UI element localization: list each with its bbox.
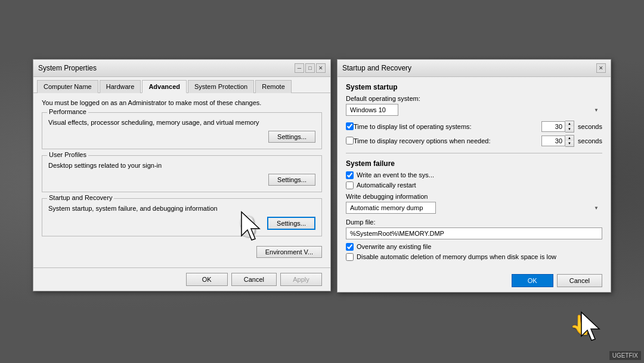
user-profiles-desc: Desktop settings related to your sign-in xyxy=(48,162,315,169)
tab-hardware[interactable]: Hardware xyxy=(100,80,141,93)
default-os-dropdown-container: Windows 10 xyxy=(346,104,602,116)
default-os-dropdown[interactable]: Windows 10 xyxy=(346,104,398,116)
startup-recovery-settings-button[interactable]: Settings... xyxy=(267,217,315,230)
dialog-content: You must be logged on as an Administrato… xyxy=(33,93,330,267)
minimize-button[interactable]: ─ xyxy=(295,63,304,73)
seconds-label-2: seconds xyxy=(578,137,602,144)
startup-recovery-title: Startup and Recovery xyxy=(342,64,411,72)
auto-restart-checkbox[interactable] xyxy=(346,182,354,189)
auto-restart-row: Automatically restart xyxy=(346,182,602,189)
time-recovery-input[interactable] xyxy=(541,136,565,146)
close-button[interactable]: ✕ xyxy=(316,63,326,73)
tab-remote[interactable]: Remote xyxy=(255,80,292,93)
dump-file-input[interactable] xyxy=(346,227,602,239)
startup-recovery-label: Startup and Recovery xyxy=(47,194,114,201)
startup-recovery-title-bar: Startup and Recovery ✕ xyxy=(338,60,611,77)
time-recovery-label: Time to display recovery options when ne… xyxy=(354,137,541,144)
time-display-up[interactable]: ▲ xyxy=(565,121,574,127)
performance-group: Performance Visual effects, processor sc… xyxy=(42,112,322,149)
default-os-dropdown-wrap: Windows 10 xyxy=(346,104,602,116)
startup-recovery-content: System startup, system failure, and debu… xyxy=(48,205,315,230)
user-profiles-content: Desktop settings related to your sign-in… xyxy=(48,162,315,186)
cancel-button[interactable]: Cancel xyxy=(231,273,277,286)
tab-computer-name[interactable]: Computer Name xyxy=(37,80,98,93)
debug-info-dropdown[interactable]: Automatic memory dump xyxy=(346,202,436,214)
seconds-label-1: seconds xyxy=(578,123,602,130)
maximize-button[interactable]: □ xyxy=(305,63,315,73)
environment-variables-button[interactable]: Environment V... xyxy=(256,246,322,258)
ugfix-watermark: UGETFIX xyxy=(609,351,641,360)
write-event-checkbox[interactable] xyxy=(346,171,354,179)
tabs-row: Computer Name Hardware Advanced System P… xyxy=(33,77,330,93)
title-bar-controls-2: ✕ xyxy=(596,63,606,73)
system-properties-dialog: System Properties ─ □ ✕ Computer Name Ha… xyxy=(33,59,331,291)
time-recovery-down[interactable]: ▼ xyxy=(565,141,574,146)
auto-restart-label: Automatically restart xyxy=(357,182,416,189)
apply-button[interactable]: Apply xyxy=(280,273,322,286)
time-recovery-checkbox[interactable] xyxy=(346,137,354,144)
write-event-label: Write an event to the sys... xyxy=(357,171,434,179)
overwrite-checkbox[interactable] xyxy=(346,243,354,251)
debug-info-label: Write debugging information xyxy=(346,193,602,200)
disable-auto-delete-row: Disable automatic deletion of memory dum… xyxy=(346,253,602,261)
time-display-label: Time to display list of operating system… xyxy=(354,123,541,130)
time-display-checkbox[interactable] xyxy=(346,122,354,130)
env-btn-row: Environment V... xyxy=(42,242,322,258)
overwrite-label: Overwrite any existing file xyxy=(357,243,431,250)
title-bar-controls: ─ □ ✕ xyxy=(295,63,326,73)
arrow-cursor-svg-2 xyxy=(578,309,608,345)
ok-cancel-row: OK Cancel xyxy=(338,269,611,292)
time-recovery-up[interactable]: ▲ xyxy=(565,136,574,141)
system-props-title: System Properties xyxy=(38,64,97,72)
performance-settings-button[interactable]: Settings... xyxy=(268,131,315,143)
user-profiles-settings-button[interactable]: Settings... xyxy=(268,174,315,186)
performance-label: Performance xyxy=(47,108,88,115)
debug-dropdown-container: Automatic memory dump xyxy=(346,202,602,214)
svg-marker-1 xyxy=(581,312,599,340)
bottom-buttons: OK Cancel Apply xyxy=(33,267,330,291)
debug-dropdown-wrap: Automatic memory dump xyxy=(346,202,602,214)
performance-content: Visual effects, processor scheduling, me… xyxy=(48,119,315,143)
section-divider xyxy=(346,153,602,153)
overwrite-row: Overwrite any existing file xyxy=(346,243,602,251)
time-display-down[interactable]: ▼ xyxy=(565,127,574,132)
user-profiles-group: User Profiles Desktop settings related t… xyxy=(42,155,322,192)
disable-auto-delete-label: Disable automatic deletion of memory dum… xyxy=(357,253,556,260)
performance-desc: Visual effects, processor scheduling, me… xyxy=(48,119,315,126)
ok-button-2[interactable]: OK xyxy=(512,274,553,287)
startup-recovery-desc: System startup, system failure, and debu… xyxy=(48,205,315,212)
time-display-input[interactable] xyxy=(541,121,565,132)
hand-cursor-2: 👆 xyxy=(569,313,593,336)
disable-auto-delete-checkbox[interactable] xyxy=(346,253,354,261)
ok-button[interactable]: OK xyxy=(186,273,228,286)
startup-recovery-group: Startup and Recovery System startup, sys… xyxy=(42,198,322,236)
system-startup-section-label: System startup xyxy=(346,83,602,91)
dump-file-label: Dump file: xyxy=(346,219,602,226)
tab-system-protection[interactable]: System Protection xyxy=(188,80,254,93)
time-recovery-spinner: ▲ ▼ xyxy=(565,135,574,147)
time-display-spinner: ▲ ▼ xyxy=(565,121,574,133)
system-props-title-bar: System Properties ─ □ ✕ xyxy=(33,60,330,77)
time-display-row: Time to display list of operating system… xyxy=(346,121,602,133)
write-event-row: Write an event to the sys... xyxy=(346,171,602,179)
startup-content: System startup Default operating system:… xyxy=(338,77,611,269)
time-recovery-row: Time to display recovery options when ne… xyxy=(346,135,602,147)
tab-advanced[interactable]: Advanced xyxy=(142,80,187,93)
default-os-field-label: Default operating system: xyxy=(346,95,602,102)
cancel-button-2[interactable]: Cancel xyxy=(557,274,602,287)
system-failure-section-label: System failure xyxy=(346,159,602,168)
startup-recovery-dialog: Startup and Recovery ✕ System startup De… xyxy=(337,59,611,293)
user-profiles-label: User Profiles xyxy=(47,151,88,158)
close-button-2[interactable]: ✕ xyxy=(596,63,606,73)
admin-note: You must be logged on as an Administrato… xyxy=(42,99,322,106)
